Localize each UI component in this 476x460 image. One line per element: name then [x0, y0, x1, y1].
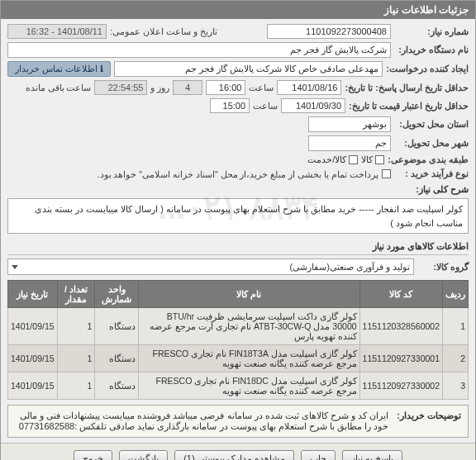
- table-row[interactable]: 2 1151120927330001 کولر گازی اسپلیت مدل …: [8, 345, 469, 372]
- cell-qty: 1: [57, 308, 95, 345]
- group-select[interactable]: تولید و فرآوری صنعتی(سفارشی): [7, 258, 414, 275]
- group-label: گروه کالا:: [419, 262, 469, 273]
- attachments-button[interactable]: مشاهده مدارک پیوستی (1): [174, 450, 294, 460]
- deadline-days: 4: [173, 80, 202, 95]
- purchase-type-note: پرداخت تمام یا بخشی از مبلغ خرید،از محل …: [7, 169, 378, 179]
- chevron-down-icon: [12, 265, 18, 269]
- cell-qty: 1: [57, 345, 95, 372]
- cell-unit: دستگاه: [95, 372, 139, 400]
- buyer-notes-box: توضیحات خریدار: ایران کد و شرح کالاهای ث…: [7, 405, 469, 438]
- deadline-counter: 22:54:55: [94, 80, 147, 95]
- category-service-label: کالا/خدمت: [307, 154, 346, 165]
- buyer-value: شرکت پالایش گاز فجر جم: [7, 42, 391, 58]
- purchase-type-label: نوع فرآیند خرید :: [394, 168, 469, 179]
- form-body: ۰۲۱-۸۸۳۴... شماره نیاز: 1101092273000408…: [1, 19, 475, 443]
- cell-n: 1: [443, 308, 469, 345]
- checkbox-icon: [349, 155, 358, 164]
- need-details-panel: جزئیات اطلاعات نیاز ۰۲۱-۸۸۳۴... شماره نی…: [0, 0, 476, 460]
- announce-label: تاریخ و ساعت اعلان عمومی:: [110, 26, 217, 36]
- province-label: استان محل تحویل:: [394, 119, 469, 130]
- buyer-contact-link[interactable]: ℹ اطلاعات تماس خریدار: [7, 61, 111, 77]
- category-goods-check[interactable]: کالا: [361, 154, 384, 165]
- print-button[interactable]: چاپ: [301, 450, 336, 460]
- col-unit: واحد شمارش: [95, 281, 139, 308]
- cell-name: کولر گازی داکت اسپلیت سرمایشی ظرفیت BTU/…: [139, 308, 359, 345]
- col-name: نام کالا: [139, 281, 359, 308]
- table-row[interactable]: 3 1151120927330002 کولر گازی اسپلیت مدل …: [8, 372, 469, 400]
- buyer-label: نام دستگاه خریدار:: [394, 45, 469, 55]
- checkbox-icon: [375, 155, 384, 164]
- deadline-days-suffix: روز و: [150, 83, 169, 92]
- buyer-notes-text: ایران کد و شرح کالاهای ثبت شده در سامانه…: [15, 410, 388, 432]
- cell-qty: 1: [57, 372, 95, 400]
- reply-button[interactable]: پاسخ به نیاز: [342, 450, 402, 460]
- checkbox-icon: [382, 169, 391, 178]
- announce-value: 1401/08/11 - 16:32: [7, 24, 107, 39]
- province-value: بوشهر: [308, 116, 391, 132]
- cell-code: 1151120927330001: [359, 345, 442, 372]
- need-desc-value: کولر اسپلیت ضد انفجار ----- خرید مطابق ب…: [7, 198, 469, 234]
- validity-time-lbl: ساعت: [253, 101, 278, 111]
- validity-date: 1401/09/30: [281, 98, 345, 113]
- cell-date: 1401/09/15: [8, 372, 58, 400]
- cell-n: 2: [443, 345, 469, 372]
- cell-code: 1151120927330002: [359, 372, 442, 400]
- city-label: شهر محل تحویل:: [394, 138, 469, 149]
- purchase-type-check[interactable]: [382, 169, 391, 178]
- info-icon: ℹ: [100, 64, 103, 74]
- back-button[interactable]: بازگشت: [119, 450, 168, 460]
- group-select-value: تولید و فرآوری صنعتی(سفارشی): [290, 262, 411, 273]
- requester-value: مهدعلی صادقی خاص کالا شرکت پالایش گاز فج…: [114, 61, 383, 77]
- need-no-label: شماره نیاز:: [394, 26, 469, 37]
- deadline-remain: ساعت باقی مانده: [26, 83, 92, 92]
- cell-name: کولر گازی اسپلیت مدل FIN18DC نام تجاری F…: [139, 372, 359, 400]
- col-qty: تعداد / مقدار: [57, 281, 95, 308]
- col-code: کد کالا: [359, 281, 442, 308]
- city-value: جم: [308, 135, 391, 151]
- need-no-value: 1101092273000408: [267, 24, 391, 39]
- goods-table: ردیف کد کالا نام کالا واحد شمارش تعداد /…: [7, 280, 469, 400]
- category-label: طبقه بندی موضوعی:: [388, 154, 469, 165]
- button-bar: پاسخ به نیاز چاپ مشاهده مدارک پیوستی (1)…: [1, 443, 475, 460]
- exit-button[interactable]: خروج: [74, 450, 112, 460]
- validity-label: حداقل تاریخ اعتبار قیمت تا تاریخ:: [349, 101, 469, 111]
- col-row: ردیف: [443, 281, 469, 308]
- cell-unit: دستگاه: [95, 345, 139, 372]
- deadline-date: 1401/08/16: [277, 80, 341, 95]
- col-date: تاریخ نیاز: [8, 281, 58, 308]
- need-desc-label: شرح کلی نیاز:: [416, 184, 469, 195]
- cell-code: 1151120328560002: [359, 308, 442, 345]
- requester-label: ایجاد کننده درخواست:: [386, 64, 469, 74]
- cell-name: کولر گازی اسپلیت مدل FIN18T3A نام تجاری …: [139, 345, 359, 372]
- panel-title: جزئیات اطلاعات نیاز: [1, 1, 475, 19]
- goods-section-header: اطلاعات کالاهای مورد نیاز: [7, 239, 469, 255]
- cell-unit: دستگاه: [95, 308, 139, 345]
- buyer-contact-label: اطلاعات تماس خریدار: [15, 64, 98, 74]
- cell-date: 1401/09/15: [8, 308, 58, 345]
- deadline-time: 16:00: [206, 80, 245, 95]
- category-goods-label: کالا: [361, 154, 373, 165]
- table-row[interactable]: 1 1151120328560002 کولر گازی داکت اسپلیت…: [8, 308, 469, 345]
- cell-date: 1401/09/15: [8, 345, 58, 372]
- validity-time: 15:00: [210, 98, 250, 113]
- buyer-notes-label: توضیحات خریدار:: [395, 410, 461, 432]
- category-service-check[interactable]: کالا/خدمت: [307, 154, 358, 165]
- deadline-time-lbl: ساعت: [249, 83, 274, 92]
- deadline-label: حداقل تاریخ ارسال پاسخ: تا تاریخ:: [345, 83, 469, 93]
- cell-n: 3: [443, 372, 469, 400]
